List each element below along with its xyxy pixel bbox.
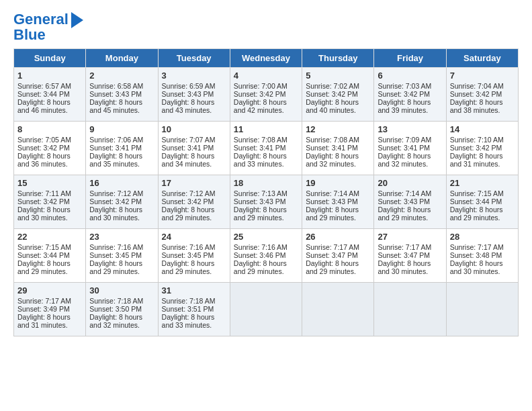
- calendar-cell: 14Sunrise: 7:10 AMSunset: 3:42 PMDayligh…: [446, 122, 518, 175]
- sunrise: Sunrise: 7:00 AM: [234, 82, 287, 90]
- daylight: Daylight: 8 hours and 32 minutes.: [378, 152, 431, 168]
- daylight: Daylight: 8 hours and 43 minutes.: [162, 98, 215, 114]
- day-number: 6: [378, 71, 442, 81]
- sunset: Sunset: 3:41 PM: [234, 144, 286, 152]
- sunrise: Sunrise: 7:10 AM: [450, 136, 504, 144]
- calendar-cell: 13Sunrise: 7:09 AMSunset: 3:41 PMDayligh…: [374, 122, 446, 175]
- sunset: Sunset: 3:41 PM: [89, 144, 142, 152]
- calendar-header-friday: Friday: [374, 49, 446, 68]
- day-number: 14: [450, 124, 515, 134]
- calendar-header-saturday: Saturday: [446, 49, 518, 68]
- day-number: 24: [162, 232, 226, 242]
- sunset: Sunset: 3:43 PM: [378, 197, 430, 205]
- daylight: Daylight: 8 hours and 29 minutes.: [89, 259, 142, 275]
- day-number: 29: [17, 285, 82, 295]
- daylight: Daylight: 8 hours and 45 minutes.: [89, 98, 142, 114]
- daylight: Daylight: 8 hours and 42 minutes.: [234, 98, 287, 114]
- sunrise: Sunrise: 7:17 AM: [450, 243, 504, 251]
- logo-blue: Blue: [13, 27, 83, 43]
- daylight: Daylight: 8 hours and 35 minutes.: [89, 152, 142, 168]
- sunrise: Sunrise: 7:14 AM: [378, 189, 431, 197]
- sunset: Sunset: 3:42 PM: [162, 197, 214, 205]
- day-number: 4: [234, 71, 298, 81]
- calendar-cell: 23Sunrise: 7:16 AMSunset: 3:45 PMDayligh…: [86, 229, 158, 283]
- sunset: Sunset: 3:43 PM: [306, 197, 358, 205]
- daylight: Daylight: 8 hours and 29 minutes.: [234, 205, 287, 222]
- day-number: 18: [234, 178, 298, 188]
- sunrise: Sunrise: 6:58 AM: [89, 82, 143, 90]
- calendar-cell: 8Sunrise: 7:05 AMSunset: 3:42 PMDaylight…: [14, 122, 86, 175]
- calendar-cell: 31Sunrise: 7:18 AMSunset: 3:51 PMDayligh…: [158, 283, 230, 336]
- day-number: 5: [306, 71, 370, 81]
- daylight: Daylight: 8 hours and 29 minutes.: [378, 205, 431, 222]
- sunset: Sunset: 3:42 PM: [17, 197, 70, 205]
- daylight: Daylight: 8 hours and 31 minutes.: [450, 152, 503, 168]
- calendar-cell: 29Sunrise: 7:17 AMSunset: 3:49 PMDayligh…: [14, 283, 86, 336]
- calendar-cell: 19Sunrise: 7:14 AMSunset: 3:43 PMDayligh…: [302, 175, 374, 229]
- daylight: Daylight: 8 hours and 32 minutes.: [89, 313, 142, 329]
- sunrise: Sunrise: 7:17 AM: [306, 243, 359, 251]
- calendar-cell: 16Sunrise: 7:12 AMSunset: 3:42 PMDayligh…: [86, 175, 158, 229]
- calendar-cell: 24Sunrise: 7:16 AMSunset: 3:45 PMDayligh…: [158, 229, 230, 283]
- daylight: Daylight: 8 hours and 29 minutes.: [162, 259, 215, 275]
- sunrise: Sunrise: 7:15 AM: [17, 243, 71, 251]
- sunrise: Sunrise: 7:17 AM: [378, 243, 431, 251]
- daylight: Daylight: 8 hours and 33 minutes.: [162, 313, 215, 329]
- calendar-cell: 27Sunrise: 7:17 AMSunset: 3:47 PMDayligh…: [374, 229, 446, 283]
- sunrise: Sunrise: 7:07 AM: [162, 136, 216, 144]
- sunset: Sunset: 3:43 PM: [234, 197, 286, 205]
- sunrise: Sunrise: 7:12 AM: [162, 189, 216, 197]
- calendar-cell: [302, 283, 374, 336]
- sunset: Sunset: 3:44 PM: [450, 197, 502, 205]
- sunrise: Sunrise: 7:18 AM: [162, 297, 216, 305]
- calendar-cell: 6Sunrise: 7:03 AMSunset: 3:42 PMDaylight…: [374, 68, 446, 122]
- day-number: 13: [378, 124, 442, 134]
- calendar-cell: 7Sunrise: 7:04 AMSunset: 3:42 PMDaylight…: [446, 68, 518, 122]
- calendar-cell: 12Sunrise: 7:08 AMSunset: 3:41 PMDayligh…: [302, 122, 374, 175]
- day-number: 7: [450, 71, 515, 81]
- daylight: Daylight: 8 hours and 30 minutes.: [450, 259, 503, 275]
- daylight: Daylight: 8 hours and 29 minutes.: [450, 205, 503, 222]
- sunset: Sunset: 3:41 PM: [162, 144, 214, 152]
- sunrise: Sunrise: 7:08 AM: [306, 136, 359, 144]
- day-number: 9: [89, 124, 154, 134]
- logo: General Blue: [13, 11, 83, 43]
- sunrise: Sunrise: 7:08 AM: [234, 136, 287, 144]
- calendar-cell: 9Sunrise: 7:06 AMSunset: 3:41 PMDaylight…: [86, 122, 158, 175]
- calendar-cell: 28Sunrise: 7:17 AMSunset: 3:48 PMDayligh…: [446, 229, 518, 283]
- calendar-week-row-4: 22Sunrise: 7:15 AMSunset: 3:44 PMDayligh…: [14, 229, 519, 283]
- daylight: Daylight: 8 hours and 34 minutes.: [162, 152, 215, 168]
- calendar-header-wednesday: Wednesday: [230, 49, 302, 68]
- sunset: Sunset: 3:51 PM: [162, 305, 214, 313]
- calendar-header-thursday: Thursday: [302, 49, 374, 68]
- day-number: 15: [17, 178, 82, 188]
- sunrise: Sunrise: 7:16 AM: [89, 243, 143, 251]
- sunset: Sunset: 3:46 PM: [234, 251, 286, 259]
- sunrise: Sunrise: 7:14 AM: [306, 189, 359, 197]
- calendar-cell: 15Sunrise: 7:11 AMSunset: 3:42 PMDayligh…: [14, 175, 86, 229]
- sunset: Sunset: 3:47 PM: [306, 251, 358, 259]
- sunset: Sunset: 3:42 PM: [89, 197, 142, 205]
- day-number: 31: [162, 285, 226, 295]
- calendar-week-row-5: 29Sunrise: 7:17 AMSunset: 3:49 PMDayligh…: [14, 283, 519, 336]
- calendar-header-tuesday: Tuesday: [158, 49, 230, 68]
- sunset: Sunset: 3:42 PM: [450, 144, 502, 152]
- sunset: Sunset: 3:48 PM: [450, 251, 502, 259]
- calendar-cell: 11Sunrise: 7:08 AMSunset: 3:41 PMDayligh…: [230, 122, 302, 175]
- sunset: Sunset: 3:41 PM: [378, 144, 430, 152]
- day-number: 11: [234, 124, 298, 134]
- sunrise: Sunrise: 7:15 AM: [450, 189, 504, 197]
- daylight: Daylight: 8 hours and 30 minutes.: [89, 205, 142, 222]
- calendar-cell: 2Sunrise: 6:58 AMSunset: 3:43 PMDaylight…: [86, 68, 158, 122]
- sunset: Sunset: 3:50 PM: [89, 305, 142, 313]
- calendar-cell: 30Sunrise: 7:18 AMSunset: 3:50 PMDayligh…: [86, 283, 158, 336]
- daylight: Daylight: 8 hours and 33 minutes.: [234, 152, 287, 168]
- daylight: Daylight: 8 hours and 36 minutes.: [17, 152, 71, 168]
- sunrise: Sunrise: 7:12 AM: [89, 189, 143, 197]
- calendar-week-row-2: 8Sunrise: 7:05 AMSunset: 3:42 PMDaylight…: [14, 122, 519, 175]
- daylight: Daylight: 8 hours and 40 minutes.: [306, 98, 359, 114]
- calendar-cell: 26Sunrise: 7:17 AMSunset: 3:47 PMDayligh…: [302, 229, 374, 283]
- sunrise: Sunrise: 7:03 AM: [378, 82, 431, 90]
- calendar-body: 1Sunrise: 6:57 AMSunset: 3:44 PMDaylight…: [14, 68, 519, 336]
- calendar-cell: [230, 283, 302, 336]
